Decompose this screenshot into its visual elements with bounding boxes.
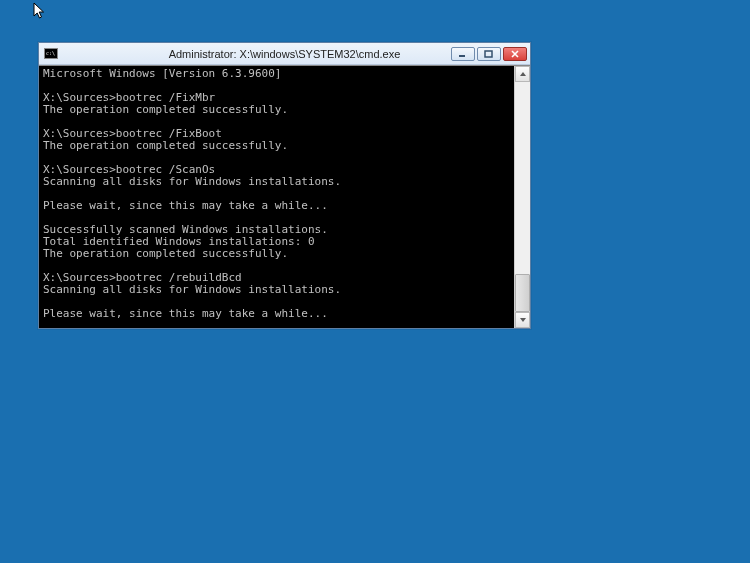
cmd-window: Administrator: X:\windows\SYSTEM32\cmd.e… (38, 42, 531, 329)
mouse-cursor (33, 2, 49, 18)
console-line: The operation completed successfully. (43, 248, 510, 260)
console-area: Microsoft Windows [Version 6.3.9600]X:\S… (39, 65, 530, 328)
scroll-up-button[interactable] (515, 66, 530, 82)
console-line: Microsoft Windows [Version 6.3.9600] (43, 68, 510, 80)
minimize-button[interactable] (451, 47, 475, 61)
console-line: The operation completed successfully. (43, 104, 510, 116)
console-line: Scanning all disks for Windows installat… (43, 176, 510, 188)
cmd-icon (44, 48, 58, 59)
scrollbar-track[interactable] (515, 82, 530, 312)
console-line: The operation completed successfully. (43, 140, 510, 152)
console-line: Please wait, since this may take a while… (43, 308, 510, 320)
console-line: Please wait, since this may take a while… (43, 200, 510, 212)
svg-rect-1 (485, 51, 492, 57)
scroll-down-button[interactable] (515, 312, 530, 328)
maximize-button[interactable] (477, 47, 501, 61)
titlebar[interactable]: Administrator: X:\windows\SYSTEM32\cmd.e… (39, 43, 530, 65)
console-line: Scanning all disks for Windows installat… (43, 284, 510, 296)
svg-rect-0 (459, 55, 465, 57)
console-output[interactable]: Microsoft Windows [Version 6.3.9600]X:\S… (39, 66, 514, 328)
vertical-scrollbar[interactable] (514, 66, 530, 328)
console-line (43, 320, 510, 328)
window-controls (451, 43, 530, 64)
close-button[interactable] (503, 47, 527, 61)
scrollbar-thumb[interactable] (515, 274, 530, 312)
